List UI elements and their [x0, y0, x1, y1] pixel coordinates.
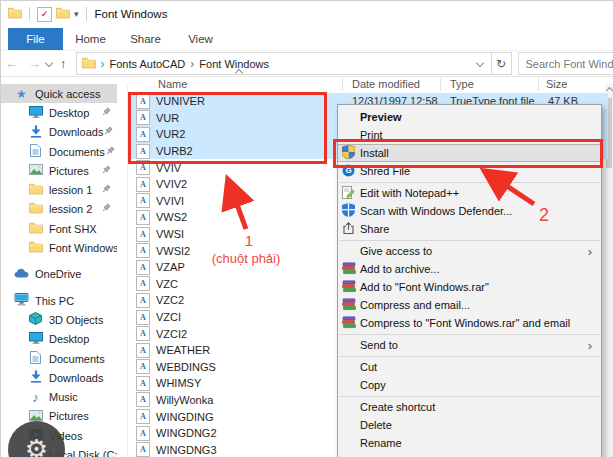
context-menu-item-shred-file[interactable]: GShred File	[338, 162, 601, 180]
font-file-icon: A	[136, 409, 150, 424]
qat-dropdown-caret-icon[interactable]: ▾	[74, 9, 79, 19]
sidebar-item-documents[interactable]: Documents	[0, 349, 117, 368]
context-menu-item-scan-with-windows-defender[interactable]: Scan with Windows Defender...	[338, 202, 601, 220]
sidebar-item-lession-2[interactable]: lession 2	[0, 200, 117, 219]
address-dropdown-chevron-icon[interactable]	[475, 58, 483, 66]
menu-item-label: Install	[360, 147, 389, 159]
sidebar-item-label: Desktop	[49, 333, 89, 345]
menu-item-label: Share	[360, 223, 389, 235]
refresh-button[interactable]: ↻	[492, 52, 512, 75]
back-button[interactable]: ←	[5, 57, 18, 70]
sidebar-item-desktop[interactable]: Desktop	[0, 330, 117, 349]
forward-button[interactable]: →	[28, 57, 41, 70]
file-name: VUNIVER	[156, 95, 205, 107]
sidebar-item-label: Pictures	[49, 410, 89, 422]
context-menu-item-rename[interactable]: Rename	[338, 434, 601, 452]
context-menu-item-give-access-to[interactable]: Give access to›	[338, 242, 601, 260]
context-menu-item-print[interactable]: Print	[338, 126, 601, 144]
context-menu-item-copy[interactable]: Copy	[338, 376, 601, 394]
font-file-icon: A	[136, 94, 150, 109]
tab-view[interactable]: View	[173, 28, 228, 50]
column-header-size[interactable]: Size	[546, 78, 567, 90]
gear-watermark-icon: ⚙	[25, 434, 48, 458]
breadcrumb-chevron-icon: ›	[101, 57, 105, 71]
column-header-type[interactable]: Type	[450, 78, 474, 90]
context-menu-item-send-to[interactable]: Send to›	[338, 336, 601, 354]
context-menu-item-install[interactable]: Install	[338, 144, 601, 162]
column-header-name[interactable]: Name	[158, 78, 187, 90]
file-name: WEBDINGS	[156, 361, 216, 373]
font-file-icon: A	[136, 110, 150, 125]
file-name: VWS2	[156, 211, 187, 223]
context-menu-item-delete[interactable]: Delete	[338, 416, 601, 434]
tab-share[interactable]: Share	[118, 28, 173, 50]
tab-home[interactable]: Home	[63, 28, 118, 50]
sidebar-item-onedrive[interactable]: OneDrive	[0, 265, 117, 284]
document-icon	[30, 351, 41, 366]
folder-icon	[29, 202, 43, 216]
breadcrumb-item-fonts-autocad[interactable]: Fonts AutoCAD	[110, 58, 186, 70]
sidebar-item-music[interactable]: ♪Music	[0, 387, 117, 406]
sidebar-item-font-windows[interactable]: Font Windows	[0, 238, 117, 257]
context-menu-item-add-to-archive[interactable]: Add to archive...	[338, 260, 601, 278]
file-name: WINGDING	[156, 411, 213, 423]
folder-icon	[29, 241, 43, 255]
context-menu-item-edit-with-notepad[interactable]: Edit with Notepad++	[338, 184, 601, 202]
context-menu-item-add-to-font-windows-rar[interactable]: Add to "Font Windows.rar"	[338, 278, 601, 296]
context-menu-item-cut[interactable]: Cut	[338, 358, 601, 376]
sidebar-item-label: Pictures	[49, 165, 89, 177]
file-name: VZCI	[156, 311, 181, 323]
search-input[interactable]	[519, 53, 614, 74]
up-button[interactable]: ↑	[60, 57, 67, 70]
context-menu-item-preview[interactable]: Preview	[338, 108, 601, 126]
sidebar-item-documents[interactable]: Documents	[0, 142, 117, 161]
tab-file[interactable]: File	[8, 28, 63, 50]
new-folder-icon[interactable]	[56, 7, 70, 21]
font-file-icon: A	[136, 326, 150, 341]
sidebar-gap	[0, 258, 117, 265]
sidebar-item-label: Downloads	[49, 372, 103, 384]
recent-locations-chevron-icon[interactable]	[45, 58, 53, 66]
sidebar-item-3d-objects[interactable]: 3D Objects	[0, 310, 117, 329]
context-menu-item-create-shortcut[interactable]: Create shortcut	[338, 398, 601, 416]
sidebar-item-downloads[interactable]: Downloads	[0, 123, 117, 142]
winrar-icon	[342, 298, 356, 313]
sidebar-item-label: Documents	[49, 146, 105, 158]
font-file-icon: A	[136, 293, 150, 308]
file-name: VZC	[156, 278, 178, 290]
sidebar-item-lession-1[interactable]: lession 1	[0, 180, 117, 199]
breadcrumb: ›Fonts AutoCAD›Font Windows	[82, 57, 270, 71]
sidebar-item-pictures[interactable]: Pictures	[0, 407, 117, 426]
menu-item-label: Cut	[360, 361, 377, 373]
sidebar-item-this-pc[interactable]: This PC	[0, 291, 117, 310]
breadcrumb-item-font-windows[interactable]: Font Windows	[199, 58, 269, 70]
font-file-icon: A	[136, 260, 150, 275]
sidebar-item-downloads[interactable]: Downloads	[0, 368, 117, 387]
menu-item-label: Add to archive...	[360, 263, 440, 275]
address-bar[interactable]: ›Fonts AutoCAD›Font Windows	[76, 52, 492, 75]
separator	[86, 7, 87, 21]
sidebar-item-pictures[interactable]: Pictures	[0, 161, 117, 180]
column-divider	[440, 78, 441, 91]
sidebar-item-quick-access[interactable]: ★Quick access	[0, 84, 117, 103]
navigation-bar: ← → ↑ ›Fonts AutoCAD›Font Windows ↻	[0, 51, 614, 77]
file-name: VURB2	[156, 145, 193, 157]
context-menu-item-compress-to-font-windows-rar-and-email[interactable]: Compress to "Font Windows.rar" and email	[338, 314, 601, 332]
pin-icon	[105, 146, 115, 158]
menu-item-label: Compress and email...	[360, 299, 470, 311]
file-name: WINGDNG2	[156, 427, 217, 439]
column-header-date[interactable]: Date modified	[352, 78, 420, 90]
font-file-icon: A	[136, 426, 150, 441]
winrar-icon	[342, 262, 356, 277]
context-menu-item-share[interactable]: Share	[338, 220, 601, 238]
sidebar-item-label: Downloads	[49, 126, 103, 138]
sidebar-item-desktop[interactable]: Desktop	[0, 103, 117, 122]
properties-check-icon[interactable]: ✓	[37, 7, 52, 22]
column-divider	[538, 78, 539, 91]
desktop-icon	[29, 332, 43, 346]
context-menu-item-compress-and-email[interactable]: Compress and email...	[338, 296, 601, 314]
font-file-icon: A	[136, 310, 150, 325]
sidebar-item-label: Font SHX	[49, 223, 97, 235]
sidebar-item-font-shx[interactable]: Font SHX	[0, 219, 117, 238]
sidebar-item-label: Music	[49, 391, 78, 403]
